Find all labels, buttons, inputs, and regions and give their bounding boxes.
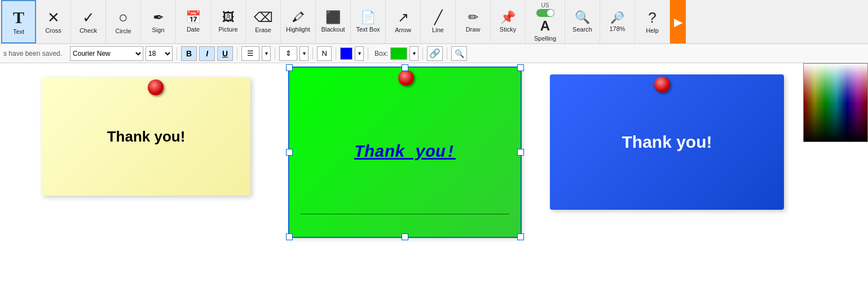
tool-sticky[interactable]: 📌 Sticky bbox=[491, 0, 526, 43]
sticky-note-blue[interactable]: Thank you! bbox=[550, 74, 784, 210]
tool-zoom-label: 178% bbox=[609, 25, 625, 32]
text-color-swatch[interactable] bbox=[340, 47, 353, 60]
tool-cross[interactable]: ✕ Cross bbox=[36, 0, 71, 43]
sel-handle-tr[interactable] bbox=[517, 64, 524, 71]
box-color-swatch[interactable] bbox=[390, 47, 407, 60]
tool-date[interactable]: 📅 Date bbox=[176, 0, 211, 43]
tool-highlight[interactable]: 🖍 Highlight bbox=[281, 0, 316, 43]
tool-zoom[interactable]: 🔎 178% bbox=[600, 0, 635, 43]
sel-handle-ml[interactable] bbox=[286, 149, 293, 156]
tool-erase-label: Erase bbox=[255, 27, 271, 33]
sticky-note-yellow[interactable]: Thank you! bbox=[42, 77, 250, 196]
tool-picture-label: Picture bbox=[218, 26, 237, 33]
color-canvas[interactable] bbox=[804, 64, 868, 142]
tool-text[interactable]: T Text bbox=[1, 0, 36, 43]
font-size-select[interactable]: 18 bbox=[146, 46, 173, 61]
tool-help[interactable]: ? Help bbox=[635, 0, 670, 43]
spacing-button[interactable]: ⇕ bbox=[279, 46, 297, 61]
sel-handle-tm[interactable] bbox=[402, 64, 408, 71]
picture-icon: 🖼 bbox=[222, 11, 235, 24]
tool-arrow[interactable]: ↗ Arrow bbox=[386, 0, 421, 43]
separator3 bbox=[275, 47, 275, 60]
search-inline-button[interactable]: 🔍 bbox=[451, 46, 467, 61]
separator2 bbox=[237, 47, 237, 60]
tool-blackout[interactable]: ⬛ Blackout bbox=[316, 0, 351, 43]
tool-circle[interactable]: ○ Circle bbox=[106, 0, 141, 43]
tool-extra[interactable]: ▶ bbox=[670, 0, 686, 43]
separator5 bbox=[336, 47, 336, 60]
link-button[interactable]: 🔗 bbox=[427, 46, 443, 61]
tool-arrow-label: Arrow bbox=[395, 27, 411, 33]
sticky-note-green[interactable]: ✥ OK 🗑 Thank you! bbox=[289, 68, 521, 237]
toolbar: T Text ✕ Cross ✓ Check ○ Circle ✒ Sign 📅… bbox=[0, 0, 868, 44]
sel-handle-tl[interactable] bbox=[286, 64, 293, 71]
tool-line-label: Line bbox=[432, 27, 444, 33]
search-icon: 🔍 bbox=[575, 11, 590, 24]
check-icon: ✓ bbox=[82, 10, 95, 25]
align-button[interactable]: ☰ bbox=[241, 46, 259, 61]
tool-circle-label: Circle bbox=[115, 28, 131, 34]
align-dropdown[interactable]: ▾ bbox=[262, 46, 271, 61]
text-cursor-line bbox=[301, 214, 509, 214]
spelling-toggle[interactable] bbox=[536, 9, 554, 17]
pin-yellow bbox=[148, 80, 164, 95]
tool-draw[interactable]: ✏ Draw bbox=[456, 0, 491, 43]
tool-blackout-label: Blackout bbox=[321, 26, 345, 33]
tool-erase[interactable]: ⌫ Erase bbox=[246, 0, 281, 43]
help-icon: ? bbox=[648, 10, 656, 25]
sticky-icon: 📌 bbox=[500, 11, 515, 24]
note1-text: Thank you! bbox=[107, 128, 186, 146]
tool-text-label: Text bbox=[13, 28, 24, 35]
tool-line[interactable]: ╱ Line bbox=[421, 0, 456, 43]
erase-icon: ⌫ bbox=[254, 11, 273, 24]
note2-text: Thank you! bbox=[354, 143, 456, 162]
line-icon: ╱ bbox=[434, 11, 442, 24]
spacing-dropdown[interactable]: ▾ bbox=[299, 46, 309, 61]
blackout-icon: ⬛ bbox=[325, 11, 341, 24]
tool-spelling[interactable]: US A Spelling bbox=[526, 0, 565, 43]
separator1 bbox=[177, 47, 177, 60]
tool-draw-label: Draw bbox=[466, 26, 481, 33]
color-dropdown[interactable]: ▾ bbox=[355, 46, 364, 61]
sel-handle-bl[interactable] bbox=[286, 233, 293, 240]
n-button[interactable]: N bbox=[317, 46, 332, 61]
underline-button[interactable]: U bbox=[217, 46, 233, 61]
italic-button[interactable]: I bbox=[199, 46, 215, 61]
status-text: s have been saved. bbox=[3, 50, 62, 58]
tool-sticky-label: Sticky bbox=[500, 26, 516, 33]
zoom-icon: 🔎 bbox=[610, 12, 624, 23]
color-picker-panel[interactable] bbox=[803, 63, 868, 142]
box-color-dropdown[interactable]: ▾ bbox=[409, 46, 418, 61]
separator4 bbox=[312, 47, 313, 60]
spelling-us-indicator: US bbox=[536, 2, 554, 17]
tool-sign[interactable]: ✒ Sign bbox=[141, 0, 176, 43]
tool-search[interactable]: 🔍 Search bbox=[565, 0, 600, 43]
bold-button[interactable]: B bbox=[181, 46, 197, 61]
arrow-icon: ↗ bbox=[398, 11, 409, 24]
highlight-icon: 🖍 bbox=[292, 11, 305, 24]
separator8 bbox=[447, 47, 447, 60]
tool-cross-label: Cross bbox=[45, 27, 61, 34]
tool-textbox[interactable]: 📄 Text Box bbox=[351, 0, 386, 43]
tool-picture[interactable]: 🖼 Picture bbox=[211, 0, 246, 43]
box-label: Box: bbox=[374, 50, 388, 58]
format-bar: s have been saved. Courier New 18 B I U … bbox=[0, 44, 868, 63]
pin-blue bbox=[654, 77, 670, 92]
sign-icon: ✒ bbox=[153, 11, 164, 24]
sel-handle-bm[interactable] bbox=[402, 233, 408, 240]
date-icon: 📅 bbox=[186, 11, 201, 24]
extra-icon: ▶ bbox=[674, 15, 682, 29]
tool-search-label: Search bbox=[572, 26, 592, 33]
circle-icon: ○ bbox=[118, 10, 128, 25]
draw-icon: ✏ bbox=[468, 11, 478, 24]
sel-handle-br[interactable] bbox=[517, 233, 524, 240]
tool-spelling-label: Spelling bbox=[534, 35, 556, 42]
note3-text: Thank you! bbox=[622, 133, 712, 152]
spelling-icon: A bbox=[540, 19, 550, 33]
tool-check[interactable]: ✓ Check bbox=[71, 0, 106, 43]
tool-sign-label: Sign bbox=[152, 27, 164, 33]
canvas-area: Thank you! ✥ OK 🗑 Thank you! Thank you! bbox=[0, 63, 868, 291]
tool-highlight-label: Highlight bbox=[286, 26, 310, 33]
sel-handle-mr[interactable] bbox=[517, 149, 524, 156]
font-family-select[interactable]: Courier New bbox=[70, 46, 143, 61]
